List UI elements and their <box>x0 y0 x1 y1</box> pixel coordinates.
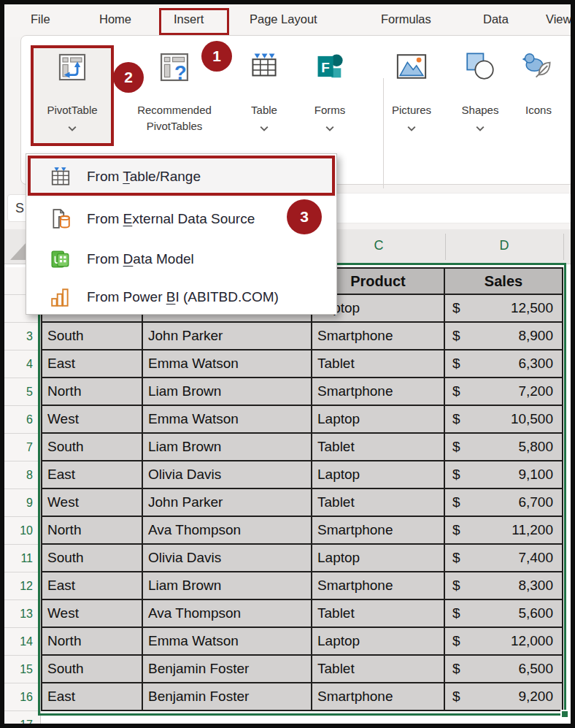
cell[interactable]: East <box>41 461 143 489</box>
cell-sales[interactable]: $10,500 <box>445 406 563 434</box>
menu-item-from-table-range[interactable]: From Table/Range <box>26 156 336 197</box>
cell[interactable]: East <box>41 350 143 378</box>
row-number[interactable]: 3 <box>4 323 40 350</box>
shapes-button[interactable]: Shapes <box>452 47 508 145</box>
cell[interactable]: Tablet <box>312 489 445 517</box>
cell-sales[interactable]: $6,700 <box>445 489 563 517</box>
row-number[interactable]: 9 <box>4 489 40 517</box>
cell[interactable]: Smartphone <box>312 378 445 406</box>
cell[interactable]: Emma Watson <box>143 628 312 656</box>
cell-sales[interactable]: $6,300 <box>445 350 563 378</box>
cell[interactable]: Smartphone <box>312 572 445 600</box>
column-header-d[interactable]: D <box>475 238 533 253</box>
cell[interactable]: North <box>41 517 143 545</box>
cell[interactable]: Tablet <box>312 600 445 628</box>
svg-text:?: ? <box>174 61 187 83</box>
cell[interactable]: Laptop <box>312 545 445 572</box>
cell-sales[interactable]: $12,500 <box>445 295 563 323</box>
cell[interactable]: John Parker <box>143 489 312 517</box>
cell[interactable]: John Parker <box>143 323 312 350</box>
row-number[interactable]: 6 <box>4 406 40 434</box>
cell-sales[interactable]: $12,000 <box>445 628 563 656</box>
column-separator <box>563 234 564 260</box>
cell[interactable]: Laptop <box>312 461 445 489</box>
row-number[interactable]: 12 <box>4 572 40 600</box>
menu-item-from-data-model[interactable]: From Data Model <box>26 240 336 279</box>
cell-sales[interactable]: $9,200 <box>445 683 563 711</box>
row-number[interactable]: 7 <box>4 434 40 461</box>
cell[interactable]: Smartphone <box>312 323 445 350</box>
cell[interactable]: Emma Watson <box>143 350 312 378</box>
pivottable-label: PivotTable <box>32 104 112 116</box>
tab-file[interactable]: File <box>31 12 50 26</box>
cell[interactable]: South <box>41 323 143 350</box>
cell[interactable]: Liam Brown <box>143 572 312 600</box>
cell-sales[interactable]: $11,200 <box>445 517 563 545</box>
select-all-corner[interactable] <box>10 242 26 260</box>
icons-button[interactable]: Icons <box>511 47 566 145</box>
cell[interactable]: West <box>41 406 143 434</box>
row-number[interactable]: 11 <box>4 545 40 572</box>
tab-home[interactable]: Home <box>99 12 131 26</box>
tab-insert[interactable]: Insert <box>174 12 204 26</box>
cell[interactable]: Smartphone <box>312 517 445 545</box>
cell[interactable]: Emma Watson <box>143 406 312 434</box>
cell[interactable]: North <box>41 628 143 656</box>
cell[interactable]: Tablet <box>312 656 445 683</box>
cell[interactable]: South <box>41 545 143 572</box>
cell-sales[interactable]: $5,800 <box>445 434 563 461</box>
cell-sales[interactable]: $7,200 <box>445 378 563 406</box>
cell[interactable]: Ava Thompson <box>143 600 312 628</box>
from-data-model-icon <box>50 248 72 270</box>
column-header-c[interactable]: C <box>350 238 408 253</box>
cell[interactable]: East <box>41 683 143 711</box>
pictures-button[interactable]: Pictures <box>374 47 449 145</box>
fill-handle[interactable] <box>560 710 569 719</box>
cell[interactable]: Laptop <box>312 406 445 434</box>
cell[interactable]: Olivia Davis <box>143 545 312 572</box>
cell[interactable]: Liam Brown <box>143 434 312 461</box>
table-button[interactable]: Table <box>236 47 292 145</box>
tab-data[interactable]: Data <box>483 12 509 26</box>
cell[interactable]: Tablet <box>312 434 445 461</box>
row-number[interactable]: 13 <box>4 600 40 628</box>
cell[interactable]: West <box>41 489 143 517</box>
row-number[interactable]: 5 <box>4 378 40 406</box>
cell-sales[interactable]: $6,500 <box>445 656 563 683</box>
chevron-down-icon <box>476 126 485 131</box>
cell-sales[interactable]: $5,600 <box>445 600 563 628</box>
forms-button[interactable]: F Forms <box>298 47 362 145</box>
cell-sales[interactable]: $7,400 <box>445 545 563 572</box>
tab-view[interactable]: View <box>546 12 571 26</box>
row-number[interactable]: 15 <box>4 656 40 683</box>
cell[interactable]: Laptop <box>312 628 445 656</box>
cell[interactable]: Benjamin Foster <box>143 683 312 711</box>
row-number[interactable]: 17 <box>4 711 40 724</box>
cell-sales[interactable]: $9,100 <box>445 461 563 489</box>
row-number[interactable]: 16 <box>4 683 40 711</box>
row-number[interactable]: 8 <box>4 461 40 489</box>
cell[interactable]: North <box>41 378 143 406</box>
cell-d1-sales-header[interactable]: Sales <box>445 267 563 295</box>
row-number[interactable]: 14 <box>4 628 40 656</box>
cell[interactable]: South <box>41 656 143 683</box>
cell[interactable]: Liam Brown <box>143 378 312 406</box>
screenshot-frame: File Home Insert Page Layout Formulas Da… <box>0 0 575 728</box>
cell[interactable]: East <box>41 572 143 600</box>
tab-page-layout[interactable]: Page Layout <box>250 12 317 26</box>
cell[interactable]: Smartphone <box>312 683 445 711</box>
row-number[interactable]: 4 <box>4 350 40 378</box>
cell[interactable]: Benjamin Foster <box>143 656 312 683</box>
row-number[interactable]: 10 <box>4 517 40 545</box>
menu-item-from-power-bi[interactable]: From Power BI (ABITBD.COM) <box>26 280 336 314</box>
pivottable-button[interactable]: PivotTable <box>32 47 112 145</box>
cell[interactable]: Ava Thompson <box>143 517 312 545</box>
chevron-down-icon <box>260 126 269 131</box>
cell[interactable]: West <box>41 600 143 628</box>
cell-sales[interactable]: $8,300 <box>445 572 563 600</box>
cell[interactable]: Olivia Davis <box>143 461 312 489</box>
cell-sales[interactable]: $8,900 <box>445 323 563 350</box>
cell[interactable]: Tablet <box>312 350 445 378</box>
cell[interactable]: South <box>41 434 143 461</box>
tab-formulas[interactable]: Formulas <box>381 12 431 26</box>
